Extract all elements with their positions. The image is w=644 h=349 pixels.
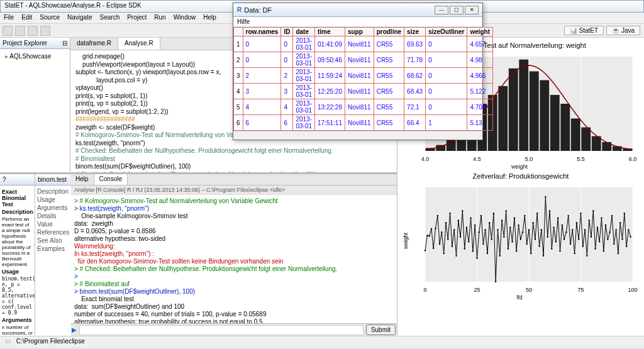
svg-point-101 [543, 255, 544, 257]
outline-item[interactable]: See Also [37, 236, 69, 245]
project-explorer-body[interactable]: AQLShowcase [0, 49, 70, 172]
r-icon: R [237, 6, 242, 13]
svg-point-62 [462, 210, 463, 211]
svg-point-68 [474, 224, 475, 226]
menu-source[interactable]: Source [40, 14, 60, 21]
svg-point-104 [549, 210, 550, 211]
svg-point-126 [594, 248, 596, 249]
svg-text:75: 75 [577, 287, 584, 293]
svg-point-99 [538, 246, 540, 247]
svg-point-95 [530, 253, 531, 254]
console-header: Analyse [R Console] R / RJ (23.05.2013 1… [70, 186, 397, 195]
svg-point-110 [562, 224, 563, 226]
minimize-icon[interactable]: — [435, 6, 448, 14]
svg-point-100 [541, 229, 542, 230]
svg-point-137 [618, 253, 619, 254]
svg-point-66 [470, 218, 471, 219]
help-left-body[interactable]: Exact Binomial Test Description Performs… [0, 186, 35, 336]
menu-help[interactable]: Help [203, 14, 216, 21]
console-input[interactable] [79, 325, 364, 335]
run-icon[interactable] [28, 26, 38, 36]
debug-icon[interactable] [40, 26, 50, 36]
svg-point-98 [536, 213, 538, 214]
outline-item[interactable]: Description [37, 187, 69, 196]
svg-point-124 [591, 236, 592, 238]
help-usage-h: Usage [2, 269, 33, 275]
svg-point-71 [480, 215, 482, 216]
svg-point-90 [520, 238, 521, 240]
svg-rect-26 [581, 128, 591, 152]
help-left-header: ? [0, 174, 35, 186]
svg-point-127 [597, 227, 598, 228]
svg-point-112 [565, 231, 567, 233]
data-viewer-titlebar[interactable]: R Data: DF — ▢ ✕ [233, 3, 482, 17]
data-viewer-window[interactable]: R Data: DF — ▢ ✕ Hilfe row.namesIDdateti… [233, 3, 483, 140]
svg-point-84 [508, 248, 509, 249]
app-title: StatET - AQLShowcase/Analyse.R - Eclipse… [4, 2, 142, 9]
console-output[interactable]: > # Kolmogorov-Smirnov-Test auf Normalve… [70, 195, 397, 323]
svg-point-143 [630, 236, 631, 238]
menu-project[interactable]: Project [127, 14, 147, 21]
editor-tab-analyse[interactable]: Analyse.R [118, 38, 160, 50]
svg-point-107 [555, 241, 557, 242]
svg-point-56 [449, 213, 450, 214]
console-tab-console[interactable]: Console [94, 174, 128, 185]
menu-run[interactable]: Run [154, 14, 165, 21]
perspective-statet[interactable]: 📊 StatET [564, 26, 604, 35]
editor-tab-dataframe[interactable]: dataframe.R [70, 38, 118, 50]
svg-point-61 [460, 236, 461, 238]
console-tabs: Help Console [70, 174, 397, 186]
outline-item[interactable]: Examples [37, 245, 69, 253]
project-explorer-header: Project Explorer ⊟ [0, 38, 70, 49]
svg-point-97 [535, 238, 536, 240]
svg-point-50 [437, 215, 438, 216]
svg-point-140 [624, 213, 625, 214]
data-table[interactable]: row.namesIDdatetimesuppprodlinesizesizeO… [233, 27, 493, 131]
data-viewer-footer [233, 131, 482, 140]
svg-point-65 [468, 241, 469, 242]
menu-edit[interactable]: Edit [21, 14, 32, 21]
submit-button[interactable]: Submit [366, 324, 396, 335]
collapse-icon[interactable]: ⊟ [62, 40, 67, 47]
maximize-icon[interactable]: ▢ [450, 6, 464, 14]
svg-point-60 [458, 219, 459, 221]
menu-navigate[interactable]: Navigate [67, 14, 92, 21]
project-item[interactable]: AQLShowcase [3, 52, 67, 61]
new-icon[interactable] [3, 26, 13, 36]
binom-outline[interactable]: DescriptionUsageArgumentsDetailsValueRef… [35, 186, 71, 336]
menu-window[interactable]: Window [174, 14, 196, 21]
svg-rect-20 [519, 60, 528, 151]
menu-search[interactable]: Search [100, 14, 120, 21]
svg-point-108 [557, 218, 558, 219]
svg-point-105 [551, 248, 552, 249]
svg-point-133 [609, 231, 611, 233]
svg-point-94 [528, 229, 530, 230]
svg-point-82 [503, 236, 504, 238]
binom-tab[interactable]: binom.test [35, 174, 71, 186]
outline-item[interactable]: Usage [37, 196, 69, 204]
svg-point-47 [431, 228, 432, 230]
close-icon[interactable]: ✕ [465, 6, 479, 14]
svg-point-80 [499, 255, 501, 257]
perspective-switcher: 📊 StatET ☕ Java [563, 25, 641, 36]
outline-item[interactable]: Value [37, 220, 69, 228]
svg-point-72 [482, 243, 484, 245]
perspective-java[interactable]: ☕ Java [606, 26, 640, 35]
console-tab-help[interactable]: Help [70, 174, 94, 185]
svg-point-119 [580, 213, 581, 214]
svg-point-48 [433, 248, 434, 249]
save-icon[interactable] [15, 26, 25, 36]
outline-item[interactable]: Details [37, 212, 69, 220]
svg-point-77 [493, 213, 494, 214]
data-viewer-menu[interactable]: Hilfe [233, 17, 482, 27]
svg-point-67 [472, 250, 474, 252]
help-args: x number of successes, or a vector of le… [2, 324, 33, 336]
outline-item[interactable]: Arguments [37, 204, 69, 212]
menu-file[interactable]: File [4, 14, 14, 21]
svg-point-87 [514, 218, 515, 219]
svg-point-74 [487, 253, 488, 254]
outline-item[interactable]: References [37, 228, 69, 236]
svg-point-130 [603, 250, 604, 252]
svg-point-73 [485, 229, 486, 230]
svg-point-57 [452, 246, 453, 247]
